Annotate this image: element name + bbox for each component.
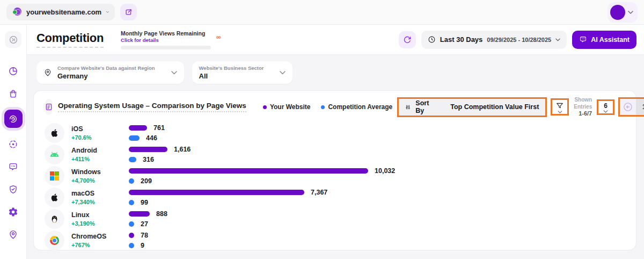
bar-value: 9 — [141, 242, 144, 249]
user-menu[interactable] — [608, 2, 638, 23]
filter-button[interactable] — [551, 98, 569, 116]
funnel-icon — [555, 102, 564, 110]
bar-value: 761 — [153, 124, 165, 132]
chart-rows: iOS +70.6% 761 446 Android +411% — [34, 120, 636, 251]
pie-chart-icon — [8, 66, 18, 76]
external-link-icon — [125, 8, 133, 16]
your-website-bar — [129, 147, 167, 152]
region-filter-value: Germany — [57, 72, 155, 80]
website-selector[interactable]: yourwebsitename.com — [6, 4, 115, 20]
chevron-down-icon — [603, 110, 608, 113]
legend-label: Your Website — [270, 103, 311, 111]
legend-label: Competition Average — [328, 103, 392, 111]
chevron-down-icon — [628, 11, 633, 14]
bar-value: 10,032 — [375, 167, 395, 175]
quota-details-link[interactable]: Click for details — [121, 37, 211, 43]
date-range-value: 09/29/2025 - 10/28/2025 — [487, 37, 551, 43]
sort-annotation-box: Sort By Top Competition Value First — [397, 97, 547, 117]
radar-icon — [8, 114, 18, 124]
os-name: ChromeOS — [71, 233, 129, 240]
pagination-annotation-box: 1 — [618, 97, 644, 117]
sidebar-item-retargeting[interactable] — [4, 135, 23, 153]
current-page[interactable]: 1 — [636, 99, 644, 115]
shown-entries-label: Shown Entries — [574, 97, 592, 110]
table-row-macos: macOS +7,340% 7,367 99 — [45, 187, 636, 208]
sector-filter[interactable]: Website's Business Sector All — [192, 61, 293, 84]
os-name: Android — [71, 147, 129, 154]
android-icon-circle — [45, 145, 64, 164]
bar-value: 27 — [141, 220, 148, 228]
competition-bar — [129, 178, 134, 184]
sort-by-label: Sort By — [415, 99, 431, 114]
apple-icon — [50, 193, 59, 202]
refresh-icon — [403, 35, 412, 44]
open-website-button[interactable] — [120, 4, 137, 20]
shown-entries-value: 1-6/7 — [574, 110, 592, 118]
shield-check-icon — [8, 184, 18, 195]
chart-legend: Your Website Competition Average — [263, 103, 392, 111]
linux-tux-icon — [50, 214, 59, 224]
shopping-bag-icon — [8, 89, 18, 99]
page-size-selector[interactable]: 6 — [597, 99, 614, 115]
sidebar-item-security[interactable] — [4, 180, 23, 198]
sector-filter-value: All — [199, 72, 264, 80]
sidebar-item-location[interactable] — [4, 225, 23, 243]
chevron-down-icon — [106, 10, 109, 14]
sidebar-item-orders[interactable] — [4, 84, 23, 103]
sort-by-control[interactable]: Sort By Top Competition Value First — [399, 99, 545, 116]
chrome-icon — [50, 236, 59, 245]
os-name: iOS — [71, 125, 129, 133]
competition-bar — [129, 200, 134, 205]
sort-by-value: Top Competition Value First — [450, 103, 539, 111]
sidebar-item-competition[interactable] — [4, 110, 23, 128]
chevron-down-icon — [558, 111, 562, 113]
sidebar — [0, 25, 27, 259]
legend-competition-average: Competition Average — [321, 103, 392, 111]
location-pin-icon — [43, 68, 52, 77]
page-header: Competition Monthly Page Views Remaining… — [27, 25, 644, 55]
date-range-label: Last 30 Days — [440, 35, 483, 44]
document-icon — [45, 103, 53, 111]
os-name: Windows — [71, 168, 129, 176]
previous-page-button[interactable] — [620, 99, 636, 115]
sidebar-item-chat[interactable] — [4, 157, 23, 176]
bar-value: 209 — [141, 177, 152, 185]
your-website-bar — [129, 168, 368, 174]
your-website-bar — [129, 233, 134, 238]
sliders-icon — [405, 103, 411, 111]
ai-assistant-button[interactable]: AI Assistant — [572, 31, 636, 49]
table-row-android: Android +411% 1,616 316 — [45, 144, 636, 166]
table-row-linux: Linux +3,190% 888 27 — [45, 208, 636, 230]
chart-title: Operating System Usage – Comparison by P… — [58, 102, 246, 112]
bar-value: 78 — [141, 232, 148, 239]
location-pin-icon — [8, 229, 18, 240]
table-row-chromeos: ChromeOS +767% 78 9 — [45, 230, 636, 251]
sidebar-item-dashboard[interactable] — [4, 62, 23, 80]
macos-icon-circle — [45, 188, 64, 207]
legend-dot-purple — [263, 105, 267, 109]
ai-assistant-label: AI Assistant — [591, 36, 630, 44]
competition-bar — [129, 157, 136, 162]
sidebar-collapse-button[interactable] — [5, 31, 21, 48]
shown-entries: Shown Entries 1-6/7 — [574, 97, 592, 118]
chevron-down-icon — [280, 71, 286, 75]
chevron-down-icon — [555, 38, 560, 41]
bar-value: 316 — [143, 156, 154, 163]
your-website-bar — [129, 211, 150, 217]
competition-bar — [129, 243, 134, 248]
chat-bubble-icon — [8, 162, 18, 172]
topbar: yourwebsitename.com — [0, 0, 644, 25]
region-filter[interactable]: Compare Website's Data against Region Ge… — [36, 61, 184, 84]
report-icon-circle — [45, 99, 53, 115]
website-selector-value: yourwebsitename.com — [26, 8, 101, 16]
pagination: 1 — [620, 99, 644, 115]
target-icon — [8, 139, 18, 149]
apple-icon — [50, 128, 59, 138]
chart-header: Operating System Usage – Comparison by P… — [34, 91, 636, 120]
os-delta: +411% — [71, 156, 129, 162]
sidebar-item-settings[interactable] — [4, 203, 23, 221]
bar-value: 888 — [156, 210, 167, 218]
date-range-selector[interactable]: Last 30 Days 09/29/2025 - 10/28/2025 — [421, 31, 567, 49]
refresh-button[interactable] — [399, 31, 416, 48]
legend-dot-blue — [321, 105, 325, 109]
